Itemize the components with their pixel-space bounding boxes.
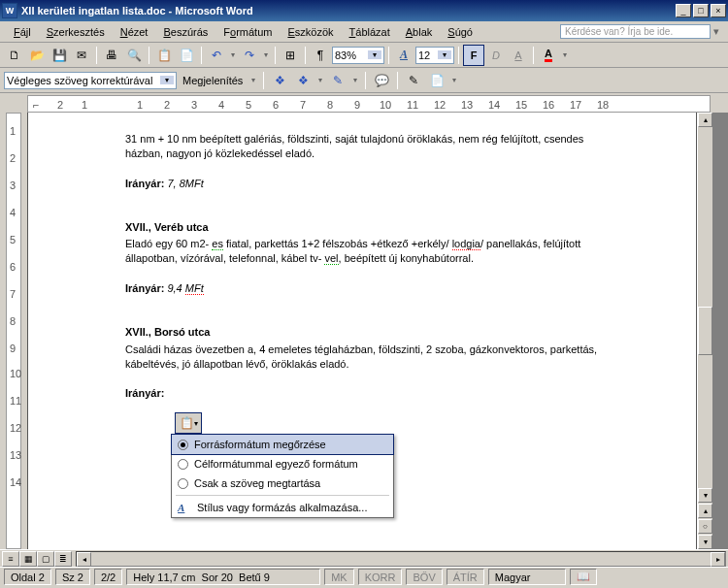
maximize-button[interactable]: □ [693, 4, 709, 17]
undo-dropdown[interactable]: ▾ [228, 50, 238, 59]
close-button[interactable]: × [711, 4, 726, 17]
price-2[interactable]: 9,4 MFt [167, 282, 203, 295]
undo-button[interactable]: ↶ [206, 45, 227, 66]
scroll-down-button[interactable]: ▾ [698, 488, 712, 503]
title-bar: W XII kerületi ingatlan lista.doc - Micr… [0, 0, 728, 21]
italic-button[interactable]: D [485, 45, 507, 66]
paste-button[interactable]: 📄 [176, 45, 197, 66]
accept-button[interactable]: ✎ [327, 70, 348, 91]
price-label-2[interactable]: Irányár: [125, 282, 164, 294]
vertical-ruler[interactable]: 12 34 56 78 910 1112 1314 [0, 113, 27, 549]
status-language[interactable]: Magyar [488, 569, 566, 585]
para-1[interactable]: 31 nm + 10 nm beépített galériás, földsz… [125, 132, 609, 161]
price-label-3[interactable]: Irányár: [125, 386, 609, 401]
status-mk[interactable]: MK [324, 569, 354, 585]
fontsize-combo[interactable]: 12▾ [415, 47, 454, 64]
new-doc-button[interactable]: 🗋 [4, 45, 25, 66]
open-button[interactable]: 📂 [26, 45, 48, 66]
horizontal-ruler[interactable]: ⌐ 21 12 34 56 78 910 1112 1314 1516 1718 [27, 95, 711, 113]
web-view-button[interactable]: ▦ [19, 551, 37, 567]
status-section: Sz 2 [55, 569, 90, 585]
redo-button[interactable]: ↷ [239, 45, 260, 66]
heading-3[interactable]: XVII., Borsó utca [125, 325, 609, 340]
normal-view-button[interactable]: ≡ [2, 551, 19, 567]
menu-bar: Fájl Szerkesztés Nézet Beszúrás Formátum… [0, 21, 728, 43]
paste-options-menu: Forrásformátum megőrzése Célformátummal … [171, 434, 394, 518]
next-page-button[interactable]: ▾ [698, 535, 712, 549]
vertical-scrollbar[interactable]: ▴ ▾ ▴ ○ ▾ [697, 113, 712, 549]
format-brush-button[interactable]: A [393, 45, 414, 66]
status-atir[interactable]: ÁTÍR [447, 569, 484, 585]
reviewing-toolbar: Végleges szöveg korrektúrával▾ Megjelení… [0, 68, 728, 93]
menu-file[interactable]: Fájl [6, 24, 39, 40]
price-1[interactable]: 7, 8MFt [167, 178, 203, 189]
paste-apply-style[interactable]: AStílus vagy formázás alkalmazása... [172, 498, 393, 517]
font-color-button[interactable]: A [538, 45, 559, 66]
status-spellcheck-icon[interactable]: 📖 [570, 569, 597, 585]
show-label[interactable]: Megjelenítés [179, 75, 247, 86]
redo-dropdown[interactable]: ▾ [261, 50, 271, 59]
minimize-button[interactable]: _ [676, 4, 691, 17]
paste-text-only[interactable]: Csak a szöveg megtartása [172, 474, 393, 493]
menu-edit[interactable]: Szerkesztés [39, 24, 113, 40]
reviewing-pane-button[interactable]: 📄 [426, 70, 447, 91]
tables-button[interactable]: ⊞ [280, 45, 301, 66]
menu-insert[interactable]: Beszúrás [155, 24, 215, 40]
word-app-icon: W [2, 3, 17, 18]
print-view-button[interactable]: ▢ [37, 551, 54, 567]
scroll-right-button[interactable]: ▸ [711, 552, 725, 567]
show-dropdown[interactable]: ▾ [248, 76, 258, 84]
status-bar: Oldal 2 Sz 2 2/2 Hely 11,7 cm Sor 20 Bet… [0, 567, 728, 586]
outline-view-button[interactable]: ≣ [54, 551, 72, 567]
next-change-button[interactable]: ❖ [292, 70, 314, 91]
window-title: XII kerületi ingatlan lista.doc - Micros… [21, 5, 676, 16]
horizontal-scrollbar[interactable]: ◂ ▸ [76, 551, 726, 567]
paste-match-dest[interactable]: Célformátummal egyező formátum [172, 454, 393, 474]
browse-object-button[interactable]: ○ [698, 519, 712, 534]
font-color-dropdown[interactable]: ▾ [560, 50, 570, 59]
view-buttons-bar: ≡ ▦ ▢ ≣ ◂ ▸ [0, 549, 728, 567]
prev-change-button[interactable]: ❖ [269, 70, 290, 91]
mail-button[interactable]: ✉ [71, 45, 92, 66]
zoom-combo[interactable]: 83%▾ [332, 47, 384, 64]
scroll-thumb[interactable] [698, 307, 712, 355]
standard-toolbar: 🗋 📂 💾 ✉ 🖶 🔍 📋 📄 ↶ ▾ ↷ ▾ ⊞ ¶ 83%▾ A 12▾ F… [0, 43, 728, 68]
display-review-combo[interactable]: Végleges szöveg korrektúrával▾ [4, 72, 177, 89]
bold-button[interactable]: F [463, 45, 484, 66]
scroll-left-button[interactable]: ◂ [77, 552, 91, 567]
para-2[interactable]: Eladó egy 60 m2- es fiatal, parkettás 1+… [125, 237, 609, 266]
para-3[interactable]: Családi házas övezetben a, 4 emeletes té… [125, 343, 609, 372]
print-preview-button[interactable]: 🔍 [123, 45, 145, 66]
prev-page-button[interactable]: ▴ [698, 504, 712, 518]
status-korr[interactable]: KORR [358, 569, 403, 585]
heading-2[interactable]: XVII., Veréb utca [125, 220, 609, 235]
status-bov[interactable]: BŐV [406, 569, 442, 585]
price-label-1[interactable]: Irányár: [125, 178, 164, 189]
menu-view[interactable]: Nézet [113, 24, 156, 40]
scroll-up-button[interactable]: ▴ [698, 113, 712, 127]
show-marks-button[interactable]: ¶ [310, 45, 331, 66]
menu-window[interactable]: Ablak [398, 24, 441, 40]
help-search-dropdown[interactable]: ▾ [711, 25, 722, 38]
help-search-box[interactable]: Kérdése van? Írja be ide. [560, 24, 711, 39]
menu-format[interactable]: Formátum [215, 24, 280, 40]
paste-options-button[interactable]: 📋▾ [175, 412, 202, 434]
paste-keep-source[interactable]: Forrásformátum megőrzése [171, 434, 394, 455]
menu-tools[interactable]: Eszközök [280, 24, 341, 40]
menu-help[interactable]: Súgó [440, 24, 480, 40]
comment-button[interactable]: 💬 [371, 70, 392, 91]
print-button[interactable]: 🖶 [101, 45, 122, 66]
underline-button[interactable]: A [508, 45, 529, 66]
status-pages: 2/2 [94, 569, 122, 585]
copy-button[interactable]: 📋 [153, 45, 175, 66]
track-changes-button[interactable]: ✎ [403, 70, 424, 91]
status-page: Oldal 2 [4, 569, 51, 585]
menu-table[interactable]: Táblázat [342, 24, 398, 40]
status-position: Hely 11,7 cm Sor 20 Betű 9 [126, 569, 320, 585]
save-button[interactable]: 💾 [49, 45, 70, 66]
